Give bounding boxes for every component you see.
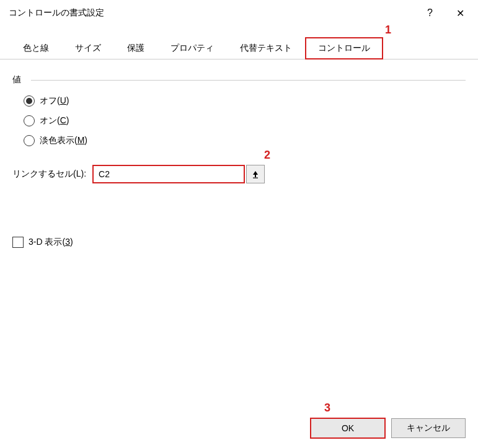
checkbox-3d[interactable]: 3-D 表示(3) bbox=[12, 237, 466, 248]
footer: OK キャンセル bbox=[311, 418, 466, 438]
range-selector-button[interactable] bbox=[246, 165, 265, 183]
checkbox-3d-box bbox=[12, 237, 24, 248]
range-selector-icon bbox=[251, 170, 260, 178]
radio-mixed[interactable]: 淡色表示(M) bbox=[24, 135, 466, 146]
radio-on-indicator bbox=[24, 115, 35, 126]
callout-3: 3 bbox=[324, 402, 330, 415]
tabs: 色と線 サイズ 保護 プロパティ 代替テキスト コントロール 1 bbox=[0, 37, 478, 59]
tab-content: 値 オフ(U) オン(C) 淡色表示(M) 2 リンクするセル(L): 3-D … bbox=[0, 59, 478, 263]
tab-protect[interactable]: 保護 bbox=[114, 37, 157, 59]
titlebar-buttons: ? ✕ bbox=[427, 5, 469, 22]
radio-on[interactable]: オン(C) bbox=[24, 115, 466, 126]
radio-mixed-label: 淡色表示(M) bbox=[40, 135, 87, 146]
cancel-button[interactable]: キャンセル bbox=[391, 418, 466, 438]
ok-button[interactable]: OK bbox=[311, 418, 385, 438]
radio-mixed-indicator bbox=[24, 135, 35, 146]
link-cell-label: リンクするセル(L): bbox=[12, 169, 86, 180]
tab-control[interactable]: コントロール bbox=[305, 37, 383, 59]
radio-on-label: オン(C) bbox=[40, 115, 69, 126]
checkbox-3d-label: 3-D 表示(3) bbox=[29, 237, 73, 248]
tab-properties[interactable]: プロパティ bbox=[157, 37, 227, 59]
help-icon[interactable]: ? bbox=[427, 7, 433, 19]
link-cell-input[interactable] bbox=[92, 165, 245, 183]
tab-alt-text[interactable]: 代替テキスト bbox=[227, 37, 305, 59]
titlebar: コントロールの書式設定 ? ✕ bbox=[0, 0, 478, 26]
window-title: コントロールの書式設定 bbox=[9, 7, 104, 19]
callout-2: 2 bbox=[264, 149, 270, 162]
radio-group-value: オフ(U) オン(C) 淡色表示(M) bbox=[12, 95, 466, 146]
value-group-label: 値 bbox=[12, 74, 26, 86]
radio-off-label: オフ(U) bbox=[40, 95, 69, 107]
tab-colors-lines[interactable]: 色と線 bbox=[10, 37, 62, 59]
svg-rect-0 bbox=[253, 178, 258, 178]
value-group-header: 値 bbox=[12, 74, 466, 86]
radio-off-indicator bbox=[24, 95, 35, 107]
tab-size[interactable]: サイズ bbox=[62, 37, 114, 59]
radio-off[interactable]: オフ(U) bbox=[24, 95, 466, 107]
callout-1: 1 bbox=[385, 24, 391, 37]
close-icon[interactable]: ✕ bbox=[451, 5, 469, 22]
link-cell-row: 2 リンクするセル(L): bbox=[12, 165, 466, 183]
